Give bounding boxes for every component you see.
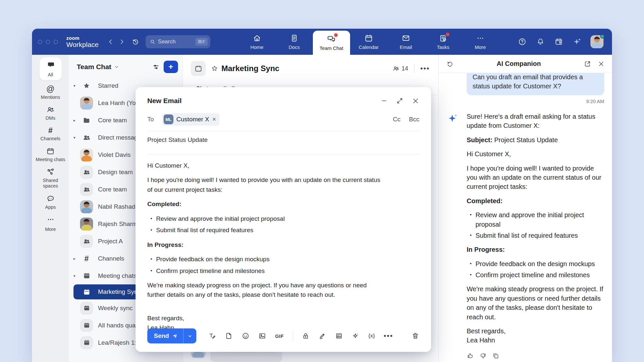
ai-companion-button[interactable] [572,36,582,47]
minimize-window-dot[interactable] [46,40,50,44]
group-icon [80,166,93,179]
members-icon [393,65,399,72]
copy-button[interactable] [492,352,499,359]
sidebar-item-dms[interactable]: DMs [36,105,66,121]
star-outline-icon[interactable] [211,65,218,72]
ai-history-button[interactable] [446,60,454,68]
caret-down-icon[interactable]: ▾ [73,135,80,140]
format-text-button[interactable] [208,332,216,340]
notifications-button[interactable] [536,36,545,47]
sidebar-item-apps[interactable]: Apps [36,194,66,210]
template-button[interactable] [335,332,343,340]
expand-button[interactable] [396,97,403,104]
caret-down-icon[interactable]: ▾ [73,274,80,278]
meeting-calendar-icon [80,336,93,349]
email-body-editor[interactable]: Hi Customer X, I hope you're doing well!… [147,154,382,333]
help-button[interactable] [517,36,527,47]
apps-bubble-icon [46,194,55,203]
chevron-left-icon [107,38,114,45]
discard-button[interactable] [411,332,419,340]
tab-docs[interactable]: Docs [276,29,313,55]
cc-button[interactable]: Cc [393,116,400,123]
more-tools-button[interactable]: ••• [384,332,393,340]
history-button[interactable] [130,36,141,47]
tab-home[interactable]: Home [238,29,276,55]
subject-field[interactable]: Project Status Update [147,131,419,149]
search-shortcut: ⌘F [195,38,208,46]
caret-right-icon[interactable]: ▸ [73,118,80,123]
minimize-button[interactable] [380,97,388,104]
inprogress-heading: In Progress: [467,245,604,254]
sidebar-item-all[interactable]: All [40,57,62,80]
caret-right-icon[interactable]: ▸ [73,256,80,261]
send-button[interactable]: Send [147,328,183,343]
ai-companion-panel: AI Companion Can you draft an email that… [438,55,612,362]
close-window-dot[interactable] [38,40,42,44]
people-icon [80,131,93,144]
open-external-button[interactable] [584,60,591,68]
gif-button[interactable]: GIF [275,333,284,339]
sidebar-item-mentions[interactable]: @ Mentions [36,85,66,100]
sidebar-item-shared-spaces[interactable]: Shared spaces [36,168,66,189]
members-button[interactable]: 14 [393,65,408,72]
maximize-window-dot[interactable] [54,40,58,44]
meeting-calendar-icon [80,269,93,282]
group-icon [80,183,93,196]
hash-icon: # [80,252,93,265]
new-chat-button[interactable]: + [164,61,178,73]
send-split-button[interactable]: Send [147,328,196,343]
inprogress-heading: In Progress: [147,240,382,249]
emoji-button[interactable] [242,332,250,340]
tab-more[interactable]: More [462,29,499,55]
ai-response: Sure! Here's a draft email asking for a … [467,112,604,359]
ai-sparkle-icon [572,37,582,46]
completed-list: Review and approve the initial project p… [151,214,382,235]
sidebar-item-more[interactable]: More [36,215,66,232]
forward-button[interactable] [116,36,127,47]
sidebar-item-channels[interactable]: # Channels [36,127,66,142]
list-item: Submit final list of required features [151,225,382,235]
encrypt-button[interactable]: E [302,332,310,340]
close-icon [598,60,605,68]
ai-compose-button[interactable] [352,332,360,340]
schedule-calendar-icon [555,38,563,46]
bcc-button[interactable]: Bcc [409,116,419,123]
modal-title: New Email [147,97,182,105]
recipient-chip[interactable]: ML Customer X ✕ [162,113,219,126]
window-controls[interactable] [38,40,58,44]
email-greeting: Hi Customer X, [147,161,382,170]
signature-button[interactable] [318,332,326,340]
back-button[interactable] [105,36,116,47]
attach-file-button[interactable] [225,332,233,340]
tab-email[interactable]: Email [387,29,425,55]
tab-team-chat[interactable]: Team Chat [313,31,350,55]
schedule-button[interactable] [554,36,564,47]
filter-button[interactable] [152,63,160,71]
panel-title[interactable]: Team Chat [77,63,111,71]
open-external-icon [584,60,591,68]
tab-tasks[interactable]: Tasks [425,29,462,55]
zoom-workplace-logo: zoom Workplace [66,36,99,48]
remove-recipient-icon[interactable]: ✕ [212,116,216,122]
chevron-down-icon[interactable] [114,64,119,69]
sidebar-item-meeting-chats[interactable]: Meeting chats [36,147,66,162]
list-item: Confirm project timeline and milestones [151,266,382,276]
ai-conversation[interactable]: Can you draft an email that provides a s… [439,73,612,362]
avatar [80,200,93,213]
presence-indicator [600,34,604,38]
search-input[interactable]: Search ⌘F [146,35,210,48]
thumbs-down-button[interactable] [479,352,487,359]
divider [414,64,414,73]
close-button[interactable] [412,97,419,105]
thumbs-up-button[interactable] [467,352,474,359]
list-item: Provide feedback on the design mockups [470,259,604,268]
send-options-button[interactable] [183,328,196,343]
ai-close-button[interactable] [598,60,605,68]
caret-down-icon[interactable]: ▾ [73,83,80,88]
search-placeholder: Search [158,38,193,45]
insert-image-button[interactable] [258,332,266,340]
variables-button[interactable]: {x} [368,333,375,339]
tab-calendar[interactable]: Calendar [350,29,387,55]
profile-button[interactable] [590,35,604,48]
channel-more-button[interactable]: ••• [420,64,430,73]
